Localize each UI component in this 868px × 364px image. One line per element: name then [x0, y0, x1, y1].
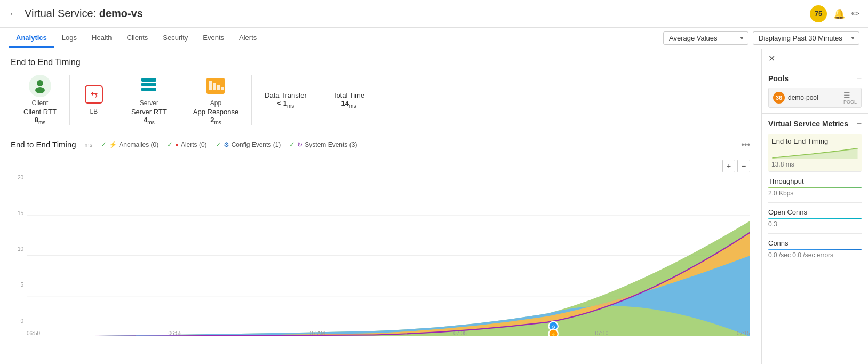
- x-label-0655: 06:55: [169, 330, 182, 336]
- y-axis: 0 5 10 15 20: [11, 175, 26, 324]
- x-label-07am: 07 AM: [310, 330, 325, 336]
- zoom-in-button[interactable]: +: [722, 160, 735, 172]
- pool-badge: 36: [773, 92, 785, 104]
- metric-client: Client Client RTT 8ms: [11, 75, 70, 125]
- metric-server: Server Server RTT 4ms: [118, 75, 180, 125]
- metric-row-open-conns[interactable]: Open Conns 0.3: [768, 208, 862, 234]
- user-badge[interactable]: 75: [810, 5, 827, 22]
- back-button[interactable]: ←: [9, 7, 19, 20]
- app-label: App: [210, 99, 221, 107]
- legend-alerts[interactable]: ✓ ● Alerts (0): [167, 140, 206, 148]
- alerts-label: Alerts (0): [181, 141, 207, 148]
- legend-config-events[interactable]: ✓ ⚙ Config Events (1): [216, 140, 281, 148]
- e2e-summary-section: End to End Timing Client Client RTT 8ms: [0, 49, 761, 132]
- page-title: Virtual Service: demo-vs: [25, 7, 810, 20]
- metric-row-throughput[interactable]: Throughput 2.0 Kbps: [768, 177, 862, 203]
- lb-icon: ⇆: [83, 83, 105, 106]
- e2e-mini-chart: [771, 146, 858, 159]
- chart-more-button[interactable]: •••: [741, 140, 750, 149]
- config-check: ✓: [216, 140, 221, 148]
- time-range-dropdown[interactable]: Displaying Past 30 Minutes Displaying Pa…: [753, 31, 859, 45]
- anomalies-label: Anomalies (0): [119, 141, 158, 148]
- svg-rect-6: [141, 88, 156, 91]
- client-rtt-label: Client RTT: [23, 108, 57, 116]
- chart-unit: ms: [85, 141, 93, 148]
- area-chart: ⚙ ⚡: [27, 175, 750, 337]
- throughput-divider: [768, 187, 862, 188]
- e2e-metric-value: 13.8 ms: [771, 161, 858, 168]
- vs-metrics-collapse-button[interactable]: −: [857, 119, 862, 129]
- pools-title: Pools: [768, 74, 789, 83]
- config-icon: ⚙: [224, 141, 229, 148]
- throughput-label: Throughput: [768, 177, 862, 185]
- anomalies-check: ✓: [101, 140, 107, 148]
- y-label-10: 10: [13, 246, 23, 252]
- content-area: End to End Timing Client Client RTT 8ms: [0, 49, 761, 364]
- tab-analytics[interactable]: Analytics: [9, 29, 54, 48]
- throughput-value: 2.0 Kbps: [768, 189, 862, 197]
- pools-collapse-button[interactable]: −: [857, 74, 862, 83]
- chart-wrapper: 0 5 10 15 20: [11, 175, 750, 340]
- chart-zoom-controls: + −: [11, 160, 750, 172]
- vs-metrics-title: Virtual Service Metrics: [768, 120, 848, 128]
- tab-health[interactable]: Health: [84, 29, 120, 48]
- svg-point-0: [37, 80, 43, 86]
- metric-data-transfer: Data Transfer < 1ms: [252, 91, 320, 109]
- pool-icon-wrapper: ☰ POOL: [843, 91, 857, 105]
- svg-rect-11: [221, 87, 224, 90]
- system-label: System Events (3): [305, 141, 357, 148]
- values-dropdown[interactable]: Average Values Sum Values Peak Values: [663, 31, 748, 45]
- legend-system-events[interactable]: ✓ ↻ System Events (3): [289, 140, 357, 148]
- lb-label: LB: [90, 108, 98, 115]
- tab-security[interactable]: Security: [155, 29, 195, 48]
- app-icon: [204, 75, 227, 97]
- svg-point-1: [35, 87, 45, 93]
- chart-title: End to End Timing: [11, 140, 76, 149]
- legend-anomalies[interactable]: ✓ ⚡ Anomalies (0): [101, 140, 158, 148]
- tab-alerts[interactable]: Alerts: [232, 29, 264, 48]
- conns-divider: [768, 249, 862, 250]
- app-header: ← Virtual Service: demo-vs 75 🔔 ✏: [0, 0, 868, 28]
- x-label-0715: 07:15: [737, 330, 750, 336]
- e2e-metric-label: End to End Timing: [771, 137, 858, 145]
- client-label: Client: [32, 99, 49, 107]
- edit-button[interactable]: ✏: [851, 8, 859, 20]
- x-label-0710: 07:10: [595, 330, 608, 336]
- zoom-out-button[interactable]: −: [737, 160, 750, 172]
- nav-tabs: Analytics Logs Health Clients Security E…: [0, 28, 868, 49]
- pool-name: demo-pool: [788, 94, 840, 101]
- conns-value: 0.0 /sec 0.0 /sec errors: [768, 251, 862, 259]
- notification-button[interactable]: 🔔: [833, 8, 845, 20]
- system-check: ✓: [289, 140, 295, 148]
- chart-section: End to End Timing ms ✓ ⚡ Anomalies (0) ✓…: [0, 132, 761, 340]
- x-label-0705: 07:05: [453, 330, 467, 336]
- alerts-check: ✓: [167, 140, 173, 148]
- anomalies-icon: ⚡: [109, 141, 117, 148]
- x-axis: 06:50 06:55 07 AM 07:05 07:10 07:15: [27, 327, 750, 340]
- pool-item[interactable]: 36 demo-pool ☰ POOL: [768, 88, 862, 108]
- vs-metrics-section: Virtual Service Metrics − End to End Tim…: [762, 114, 868, 275]
- header-actions: 75 🔔 ✏: [810, 5, 859, 22]
- open-conns-label: Open Conns: [768, 208, 862, 216]
- e2e-metrics-row: Client Client RTT 8ms ⇆ LB: [11, 75, 750, 125]
- server-rtt-label: Server RTT: [131, 108, 167, 116]
- tab-logs[interactable]: Logs: [54, 29, 84, 48]
- svg-rect-8: [209, 81, 212, 90]
- client-icon: [29, 75, 51, 97]
- pools-section: Pools − 36 demo-pool ☰ POOL: [762, 68, 868, 114]
- right-sidebar: ✕ Pools − 36 demo-pool ☰ POOL Virtual Se…: [761, 49, 868, 364]
- svg-rect-10: [217, 85, 220, 90]
- server-icon: [138, 75, 160, 97]
- chart-area: + − 0 5 10 15 20: [0, 154, 761, 340]
- open-conns-value: 0.3: [768, 220, 862, 228]
- client-rtt-value: 8ms: [35, 116, 46, 125]
- app-response-value: 2ms: [210, 116, 221, 125]
- sidebar-close-button[interactable]: ✕: [762, 49, 868, 68]
- pool-label: POOL: [843, 99, 857, 105]
- svg-rect-4: [141, 78, 156, 82]
- metric-row-conns[interactable]: Conns 0.0 /sec 0.0 /sec errors: [768, 239, 862, 264]
- tab-clients[interactable]: Clients: [120, 29, 156, 48]
- pools-section-header: Pools −: [768, 74, 862, 83]
- metric-row-e2e[interactable]: End to End Timing 13.8 ms: [768, 134, 862, 172]
- tab-events[interactable]: Events: [195, 29, 232, 48]
